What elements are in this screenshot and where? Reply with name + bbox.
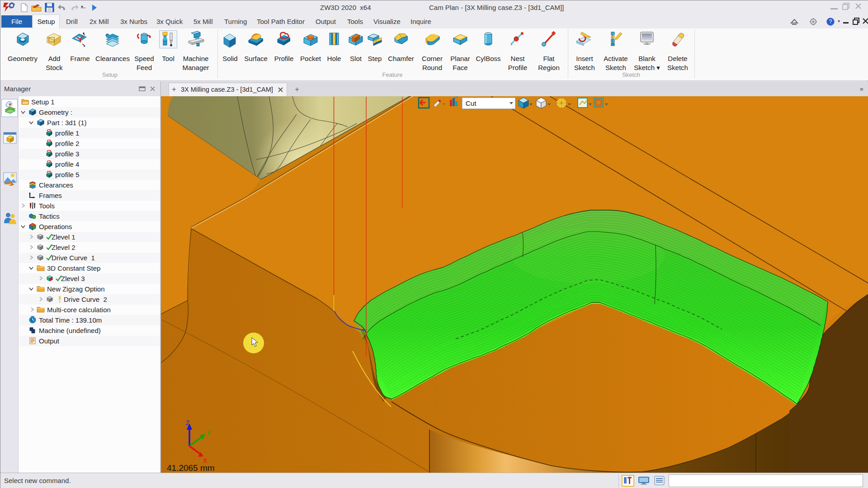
svg-text:Z: Z <box>186 419 190 427</box>
svg-text:Y: Y <box>207 429 211 436</box>
svg-text:Cut: Cut <box>466 99 476 107</box>
svg-text:41.2065 mm: 41.2065 mm <box>167 463 215 473</box>
svg-text:?: ? <box>829 19 832 25</box>
